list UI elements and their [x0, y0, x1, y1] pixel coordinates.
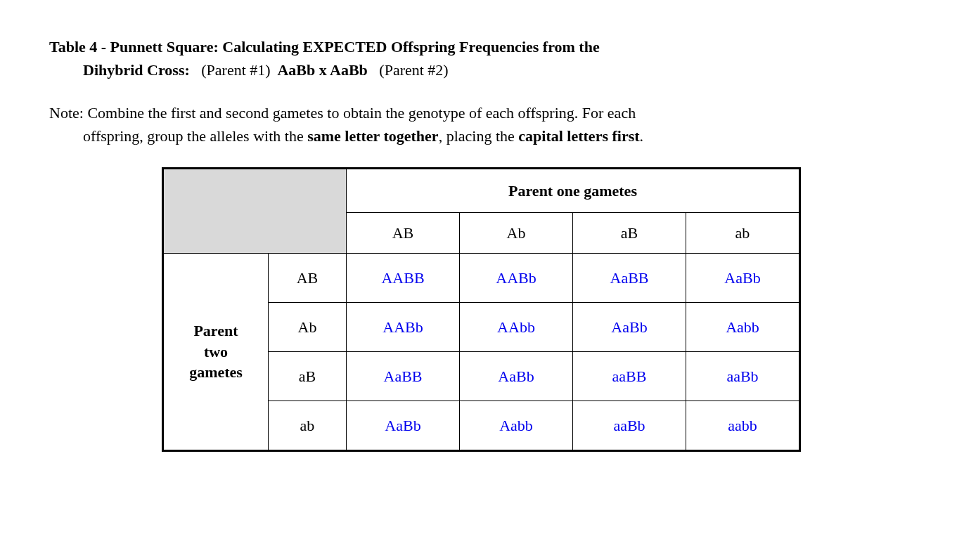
- row-gamete-0: AB: [269, 254, 347, 303]
- genotype-cell: AaBb: [686, 254, 800, 303]
- row-gamete-2: aB: [269, 352, 347, 401]
- row-gamete-1: Ab: [269, 303, 347, 352]
- col-gamete-1: Ab: [460, 213, 573, 254]
- instruction-note: Note: Combine the first and second gamet…: [49, 101, 915, 148]
- corner-cell: [163, 169, 347, 254]
- genotype-cell: AaBb: [347, 401, 460, 451]
- genotype-cell: AAbb: [460, 303, 573, 352]
- genotype-cell: Aabb: [460, 401, 573, 451]
- col-gamete-0: AB: [347, 213, 460, 254]
- note-line-1: Note: Combine the first and second gamet…: [49, 101, 915, 124]
- punnett-square-table: Parent one gametes AB Ab aB ab Parent tw…: [162, 167, 801, 452]
- genotype-cell: Aabb: [686, 303, 800, 352]
- genotype-cell: aaBb: [573, 401, 686, 451]
- genotype-cell: AABb: [460, 254, 573, 303]
- genotype-cell: aabb: [686, 401, 800, 451]
- title-line-2: Dihybrid Cross: (Parent #1) AaBb x AaBb …: [83, 58, 915, 82]
- note-bold-1: same letter together: [307, 127, 439, 145]
- genotype-cell: AaBb: [573, 303, 686, 352]
- genotype-cell: aaBb: [686, 352, 800, 401]
- genotype-cell: aaBB: [573, 352, 686, 401]
- title-bold-dihybrid: Dihybrid Cross:: [83, 61, 190, 79]
- note-line-2: offspring, group the alleles with the sa…: [83, 124, 915, 148]
- note-seg-2: , placing the: [439, 127, 519, 145]
- cross-genotypes: AaBb x AaBb: [274, 61, 368, 79]
- col-gamete-3: ab: [686, 213, 800, 254]
- parent-one-header: Parent one gametes: [347, 169, 800, 213]
- genotype-cell: AABB: [347, 254, 460, 303]
- note-bold-2: capital letters first: [518, 127, 639, 145]
- row-gamete-3: ab: [269, 401, 347, 451]
- genotype-cell: AABb: [347, 303, 460, 352]
- genotype-cell: AaBB: [347, 352, 460, 401]
- col-gamete-2: aB: [573, 213, 686, 254]
- title-line-1: Table 4 - Punnett Square: Calculating EX…: [49, 35, 915, 58]
- parent-two-header: Parent two gametes: [163, 254, 269, 451]
- note-seg-1: offspring, group the alleles with the: [83, 127, 307, 145]
- note-seg-3: .: [640, 127, 644, 145]
- genotype-cell: AaBB: [573, 254, 686, 303]
- table-title: Table 4 - Punnett Square: Calculating EX…: [49, 35, 915, 82]
- parent2-label: (Parent #2): [371, 61, 448, 79]
- genotype-cell: AaBb: [460, 352, 573, 401]
- parent1-label: (Parent #1): [193, 61, 270, 79]
